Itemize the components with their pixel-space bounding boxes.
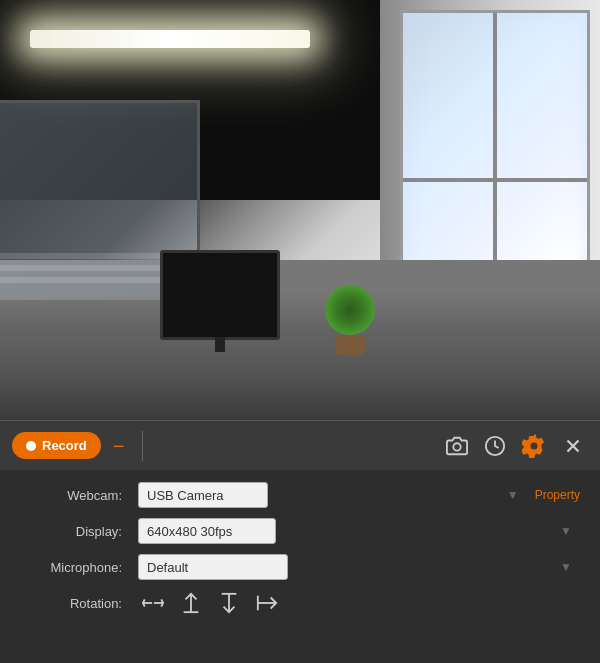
rotate-right-button[interactable] [252, 590, 282, 616]
monitor-stand [215, 337, 225, 352]
record-dot [26, 441, 36, 451]
control-bar: Record − [0, 420, 600, 470]
microphone-arrow-icon: ▼ [560, 560, 572, 574]
separator [142, 431, 143, 461]
camera-icon [446, 435, 468, 457]
stripe [0, 265, 180, 271]
rotate-top-icon [180, 592, 202, 614]
property-link[interactable]: Property [535, 488, 580, 502]
rotate-bottom-icon [218, 592, 240, 614]
ceiling-light [30, 30, 310, 48]
rotation-label: Rotation: [20, 596, 130, 611]
rotate-bottom-button[interactable] [214, 590, 244, 616]
display-row: 640x480 30fps 1280x720 30fps 1920x1080 3… [138, 518, 580, 544]
timer-button[interactable] [480, 431, 510, 461]
monitor [160, 250, 280, 340]
microphone-select[interactable]: Default USB Microphone Built-in Micropho… [138, 554, 288, 580]
webcam-arrow-icon: ▼ [507, 488, 519, 502]
rotate-right-icon [256, 592, 278, 614]
gear-icon [522, 434, 546, 458]
minus-button[interactable]: − [109, 436, 129, 456]
snapshot-button[interactable] [442, 431, 472, 461]
microphone-label: Microphone: [20, 560, 130, 575]
glass-stripes [0, 253, 180, 313]
webcam-row: USB Camera Default Camera Virtual Camera… [138, 482, 580, 508]
webcam-label: Webcam: [20, 488, 130, 503]
microphone-row: Default USB Microphone Built-in Micropho… [138, 554, 580, 580]
display-label: Display: [20, 524, 130, 539]
flip-horizontal-icon [142, 592, 164, 614]
flip-horizontal-button[interactable] [138, 590, 168, 616]
settings-button[interactable] [518, 430, 550, 462]
rotate-top-button[interactable] [176, 590, 206, 616]
webcam-select[interactable]: USB Camera Default Camera Virtual Camera [138, 482, 268, 508]
display-select[interactable]: 640x480 30fps 1280x720 30fps 1920x1080 3… [138, 518, 276, 544]
close-icon [562, 435, 584, 457]
rotation-controls [138, 590, 580, 616]
record-label: Record [42, 438, 87, 453]
svg-point-0 [453, 443, 460, 450]
stripe [0, 253, 180, 259]
plant-leaves [325, 285, 375, 335]
close-button[interactable] [558, 431, 588, 461]
settings-panel: Webcam: USB Camera Default Camera Virtua… [0, 470, 600, 628]
plant-pot [335, 335, 365, 355]
clock-icon [484, 435, 506, 457]
stripe [0, 277, 180, 283]
display-arrow-icon: ▼ [560, 524, 572, 538]
camera-feed [0, 0, 600, 420]
record-button[interactable]: Record [12, 432, 101, 459]
plant [325, 285, 375, 355]
